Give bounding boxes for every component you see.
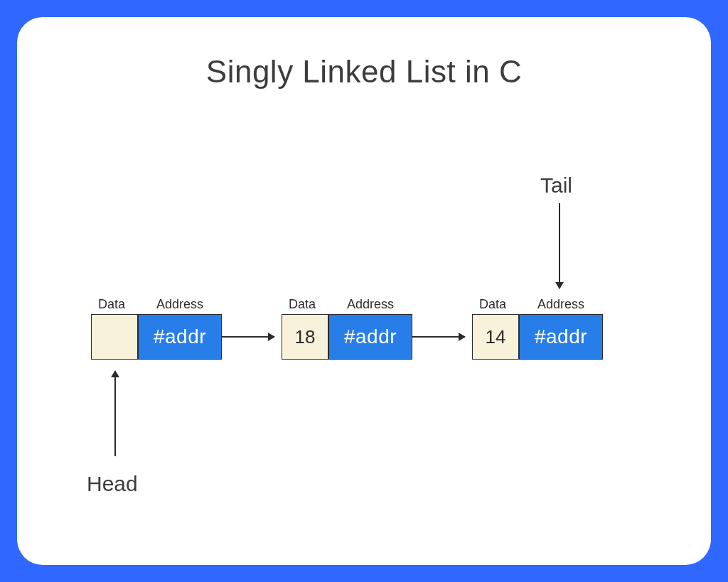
diagram-frame: Singly Linked List in C Tail Data Addres…: [17, 17, 711, 565]
link-arrow-2: [412, 336, 465, 338]
head-label: Head: [87, 472, 138, 496]
link-arrow-1: [222, 336, 274, 338]
node1-address-cell: #addr: [138, 314, 222, 360]
diagram-title: Singly Linked List in C: [17, 54, 711, 90]
node3-data-cell: 14: [472, 314, 519, 360]
node1-data-header: Data: [91, 297, 132, 312]
node1-data-cell: [91, 314, 138, 360]
node2-address-header: Address: [328, 297, 412, 312]
node3-address-cell: #addr: [519, 314, 603, 360]
tail-label: Tail: [540, 173, 572, 198]
node3-address-header: Address: [519, 297, 603, 312]
node2-address-cell: #addr: [328, 314, 412, 360]
node2-data-header: Data: [282, 297, 323, 312]
node2-data-cell: 18: [282, 314, 328, 360]
node3-data-header: Data: [472, 297, 513, 312]
node1-address-header: Address: [138, 297, 222, 312]
tail-arrow: [559, 203, 560, 289]
head-arrow: [114, 371, 116, 456]
